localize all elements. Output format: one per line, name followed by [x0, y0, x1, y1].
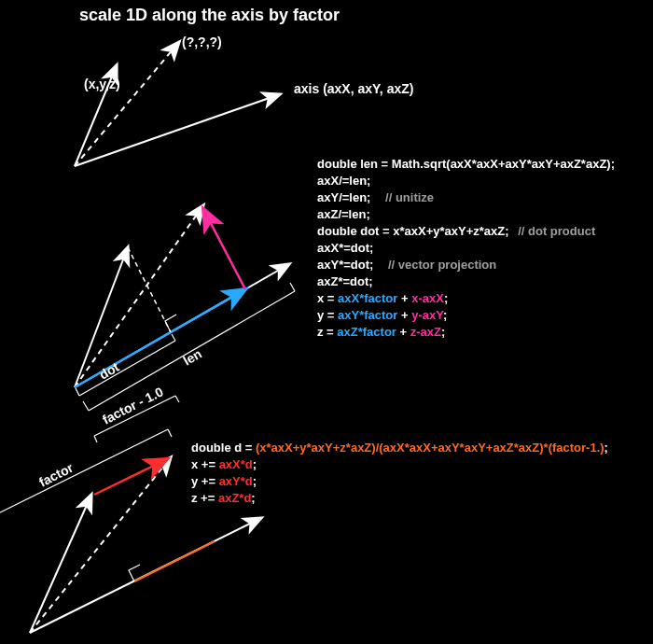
axis-label: axis (axX, axY, axZ)	[294, 81, 413, 96]
c1-l8: axZ*=dot;	[317, 274, 373, 288]
title: scale 1D along the axis by factor	[79, 6, 340, 24]
c1-l7: axY*=dot; // vector projection	[317, 258, 496, 272]
svg-line-4	[83, 401, 89, 411]
c2-l2: x += axX*d;	[191, 457, 257, 471]
figure-top: axis (axX, axY, axZ) (x,y,z) (?,?,?)	[75, 35, 413, 166]
bot-orange-segment	[134, 541, 215, 581]
c1-l6: axX*=dot;	[317, 241, 373, 255]
c1-l4: axZ/=len;	[317, 207, 370, 221]
c1-l9: x = axX*factor + x-axX;	[317, 291, 448, 305]
code-block-1: double len = Math.sqrt(axX*axX+axY*axY+a…	[317, 157, 615, 339]
svg-line-8	[175, 396, 179, 402]
bot-xyz-vector	[30, 495, 91, 633]
figure-middle: dot len	[75, 205, 295, 411]
bot-factor-ruler: factor	[0, 429, 172, 525]
c1-l11: z = axZ*factor + z-axZ;	[317, 325, 445, 339]
c2-l3: y += axY*d;	[191, 474, 257, 488]
diagram-canvas: scale 1D along the axis by factor axis (…	[0, 0, 653, 644]
mid-magenta-vector	[203, 209, 245, 289]
svg-line-1	[76, 388, 79, 396]
c1-l5: double dot = x*axX+y*axY+z*axZ; // dot p…	[317, 224, 596, 238]
svg-line-11	[168, 429, 172, 437]
len-label: len	[181, 346, 205, 369]
code-block-2: double d = (x*axX+y*axY+z*axZ)/(axX*axX+…	[191, 441, 608, 505]
c2-l4: z += axZ*d;	[191, 491, 256, 505]
svg-line-2	[172, 334, 175, 341]
svg-line-7	[94, 436, 97, 442]
figure-bottom: factor - 1.0 factor	[0, 384, 261, 633]
mid-len-ruler: len	[83, 283, 295, 411]
c1-l2: axX/=len;	[317, 174, 370, 188]
c1-l10: y = axY*factor + y-axY;	[317, 308, 447, 322]
xyz-label: (x,y,z)	[84, 77, 120, 91]
c2-l1: double d = (x*axX+y*axY+z*axZ)/(axX*axX+…	[191, 441, 608, 455]
c1-l1: double len = Math.sqrt(axX*axX+axY*axY+a…	[317, 157, 615, 171]
axis-vector	[75, 94, 280, 166]
bot-factor1-ruler: factor - 1.0	[94, 384, 179, 442]
svg-line-5	[290, 283, 295, 291]
svg-line-9	[0, 429, 168, 517]
c1-l3: axY/=len; // unitize	[317, 190, 434, 204]
result-label: (?,?,?)	[182, 35, 222, 49]
